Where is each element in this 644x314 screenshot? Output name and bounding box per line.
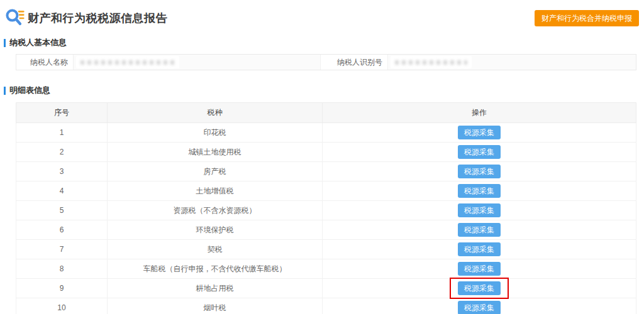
row-tax-type: 房产税 bbox=[108, 162, 323, 181]
row-action-cell: 税源采集 bbox=[323, 181, 636, 201]
row-index: 8 bbox=[16, 259, 108, 279]
collect-tax-source-button[interactable]: 税源采集 bbox=[458, 165, 501, 178]
redaction-blur bbox=[80, 60, 175, 65]
row-tax-type: 车船税（自行申报，不含代收代缴车船税） bbox=[108, 259, 323, 279]
taxpayer-name-redacted-value bbox=[76, 56, 179, 68]
section-detail-table-title: 明细表信息 bbox=[9, 85, 50, 96]
row-action-cell: 税源采集 bbox=[323, 201, 636, 220]
table-row: 2 城镇土地使用税 税源采集 bbox=[16, 143, 636, 162]
row-index: 10 bbox=[16, 298, 108, 314]
table-row: 3 房产税 税源采集 bbox=[16, 162, 636, 181]
table-row: 7 契税 税源采集 bbox=[16, 240, 636, 259]
search-report-icon bbox=[4, 8, 25, 28]
title-wrap: 财产和行为税税源信息报告 bbox=[4, 8, 167, 28]
row-index: 2 bbox=[16, 143, 108, 162]
row-tax-type: 环境保护税 bbox=[108, 220, 323, 240]
collect-tax-source-button[interactable]: 税源采集 bbox=[458, 301, 501, 314]
table-row: 8 车船税（自行申报，不含代收代缴车船税） 税源采集 bbox=[16, 259, 636, 279]
row-tax-type: 资源税（不含水资源税） bbox=[108, 201, 323, 220]
taxpayer-id-label: 纳税人识别号 bbox=[321, 55, 388, 70]
row-action-cell: 税源采集 bbox=[323, 279, 636, 298]
col-header-tax-type: 税种 bbox=[108, 103, 323, 123]
table-row: 6 环境保护税 税源采集 bbox=[16, 220, 636, 240]
row-index: 4 bbox=[16, 181, 108, 201]
table-header-row: 序号 税种 操作 bbox=[16, 103, 636, 123]
table-row-highlighted: 9 耕地占用税 税源采集 bbox=[16, 279, 636, 298]
collect-tax-source-button[interactable]: 税源采集 bbox=[458, 281, 501, 295]
table-row: 10 烟叶税 税源采集 bbox=[16, 298, 636, 314]
row-index: 7 bbox=[16, 240, 108, 259]
col-header-operation: 操作 bbox=[323, 103, 636, 123]
row-index: 9 bbox=[16, 279, 108, 298]
row-action-cell: 税源采集 bbox=[323, 220, 636, 240]
row-tax-type: 耕地占用税 bbox=[108, 279, 323, 298]
row-action-cell: 税源采集 bbox=[323, 240, 636, 259]
collect-tax-source-button[interactable]: 税源采集 bbox=[458, 242, 501, 256]
taxpayer-name-value bbox=[74, 55, 321, 70]
table-row: 5 资源税（不含水资源税） 税源采集 bbox=[16, 201, 636, 220]
detail-table: 序号 税种 操作 1 印花税 税源采集 2 城镇土地使用税 税源采集 3 房产税… bbox=[16, 102, 636, 314]
section-bar bbox=[4, 39, 6, 47]
table-row: 1 印花税 税源采集 bbox=[16, 123, 636, 143]
row-index: 5 bbox=[16, 201, 108, 220]
row-action-cell: 税源采集 bbox=[323, 162, 636, 181]
row-action-cell: 税源采集 bbox=[323, 143, 636, 162]
collect-tax-source-button[interactable]: 税源采集 bbox=[458, 126, 501, 139]
highlight-box: 税源采集 bbox=[450, 278, 509, 299]
collect-tax-source-button[interactable]: 税源采集 bbox=[458, 203, 501, 217]
taxpayer-name-label: 纳税人名称 bbox=[16, 55, 74, 70]
taxpayer-id-value bbox=[388, 55, 636, 70]
topbar: 财产和行为税税源信息报告 财产和行为税合并纳税申报 bbox=[0, 0, 644, 28]
row-tax-type: 城镇土地使用税 bbox=[108, 143, 323, 162]
row-action-cell: 税源采集 bbox=[323, 123, 636, 143]
collect-tax-source-button[interactable]: 税源采集 bbox=[458, 145, 501, 159]
row-action-cell: 税源采集 bbox=[323, 298, 636, 314]
row-index: 3 bbox=[16, 162, 108, 181]
row-action-cell: 税源采集 bbox=[323, 259, 636, 279]
row-tax-type: 烟叶税 bbox=[108, 298, 323, 314]
combined-tax-declaration-button[interactable]: 财产和行为税合并纳税申报 bbox=[535, 10, 639, 26]
table-row: 4 土地增值税 税源采集 bbox=[16, 181, 636, 201]
row-index: 1 bbox=[16, 123, 108, 143]
collect-tax-source-button[interactable]: 税源采集 bbox=[458, 262, 501, 276]
taxpayer-info-row: 纳税人名称 纳税人识别号 bbox=[16, 54, 636, 70]
row-index: 6 bbox=[16, 220, 108, 240]
page-title: 财产和行为税税源信息报告 bbox=[28, 11, 167, 26]
section-taxpayer-info: 纳税人基本信息 bbox=[4, 37, 644, 48]
redaction-blur bbox=[395, 60, 467, 65]
taxpayer-id-redacted-value bbox=[391, 56, 472, 68]
collect-tax-source-button[interactable]: 税源采集 bbox=[458, 223, 501, 237]
collect-tax-source-button[interactable]: 税源采集 bbox=[458, 184, 501, 198]
row-tax-type: 土地增值税 bbox=[108, 181, 323, 201]
row-tax-type: 印花税 bbox=[108, 123, 323, 143]
section-detail-table: 明细表信息 bbox=[4, 85, 644, 96]
row-tax-type: 契税 bbox=[108, 240, 323, 259]
col-header-index: 序号 bbox=[16, 103, 108, 123]
section-bar bbox=[4, 87, 6, 95]
section-taxpayer-info-title: 纳税人基本信息 bbox=[9, 37, 67, 48]
